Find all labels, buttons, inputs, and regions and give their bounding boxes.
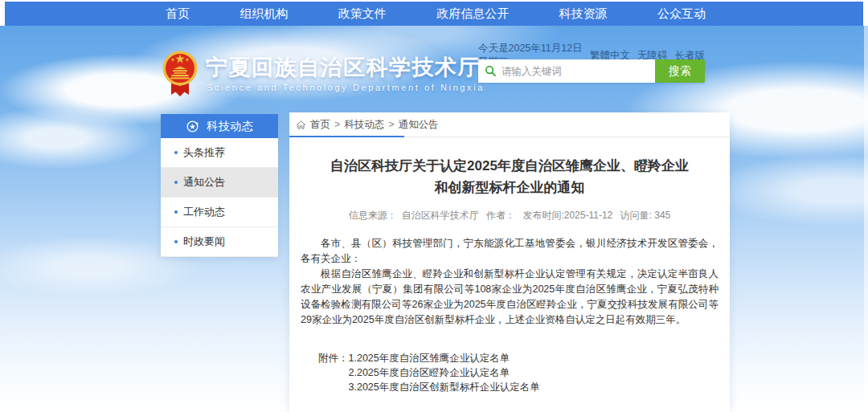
national-emblem-icon [162, 48, 199, 98]
sidebar-list: 头条推荐 通知公告 工作动态 时政要闻 [161, 138, 278, 257]
breadcrumb-active-underline [289, 136, 404, 137]
sidebar-item-label: 时政要闻 [183, 235, 225, 249]
bullet-dot-icon [174, 151, 178, 154]
breadcrumb-notices[interactable]: 通知公告 [399, 118, 439, 132]
attachments-list: 1.2025年度自治区雏鹰企业认定名单 2.2025年度自治区瞪羚企业认定名单 … [349, 351, 540, 394]
top-nav-items: 首页 组织机构 政策文件 政府信息公开 科技资源 公众互动 [166, 2, 706, 26]
nav-item-policy-documents[interactable]: 政策文件 [338, 6, 387, 22]
nav-item-gov-info-disclosure[interactable]: 政府信息公开 [436, 6, 509, 22]
article: 自治区科技厅关于认定2025年度自治区雏鹰企业、瞪羚企业 和创新型标杆企业的通知… [289, 155, 730, 394]
meta-publish-time: 发布时间:2025-11-12 [522, 210, 612, 221]
top-nav-bar: 首页 组织机构 政策文件 政府信息公开 科技资源 公众互动 [5, 2, 863, 26]
magnifier-icon [485, 65, 497, 77]
bullet-dot-icon [174, 210, 178, 214]
breadcrumb-separator: > [334, 119, 340, 130]
attachments-label: 附件： [318, 351, 349, 394]
article-paragraph: 根据自治区雏鹰企业、瞪羚企业和创新型标杆企业认定管理有关规定，决定认定半亩良人农… [301, 267, 719, 328]
sidebar-item-label: 头条推荐 [183, 145, 225, 160]
sidebar-item-label: 工作动态 [183, 205, 225, 219]
sidebar-item-label: 通知公告 [183, 175, 225, 190]
page: 首页 组织机构 政策文件 政府信息公开 科技资源 公众互动 宁夏回族自治区科学技… [0, 0, 868, 412]
nav-item-tech-resources[interactable]: 科技资源 [559, 6, 608, 22]
meta-author-label: 作者： [486, 210, 515, 221]
page-right-edge [864, 26, 868, 412]
nav-item-home[interactable]: 首页 [166, 6, 190, 22]
search-bar: 搜索 [478, 59, 705, 83]
breadcrumb-home[interactable]: 首页 [310, 118, 330, 132]
content-card: 首页 > 科技动态 > 通知公告 自治区科技厅关于认定2025年度自治区雏鹰企业… [289, 112, 730, 412]
breadcrumb: 首页 > 科技动态 > 通知公告 [289, 112, 730, 137]
article-title-line2: 和创新型标杆企业的通知 [301, 177, 719, 198]
search-input-wrap [478, 59, 655, 83]
sidebar-item-headline-recommend[interactable]: 头条推荐 [161, 138, 278, 168]
meta-source-label: 信息来源： [349, 210, 397, 221]
star-circle-icon [186, 120, 199, 133]
article-meta: 信息来源：自治区科学技术厅 作者： 发布时间:2025-11-12 访问量: 3… [301, 209, 719, 222]
article-body: 各市、县（区）科技管理部门，宁东能源化工基地管委会，银川经济技术开发区管委会，各… [301, 236, 719, 328]
article-paragraph: 各市、县（区）科技管理部门，宁东能源化工基地管委会，银川经济技术开发区管委会，各… [301, 236, 719, 267]
sidebar-title: 科技动态 [207, 119, 253, 134]
breadcrumb-tech-dynamics[interactable]: 科技动态 [344, 118, 384, 132]
home-icon [296, 120, 306, 130]
breadcrumb-separator: > [388, 119, 394, 130]
sidebar-item-notices[interactable]: 通知公告 [161, 168, 278, 198]
attachments: 附件： 1.2025年度自治区雏鹰企业认定名单 2.2025年度自治区瞪羚企业认… [301, 351, 719, 394]
attachment-link-2[interactable]: 2.2025年度自治区瞪羚企业认定名单 [349, 365, 540, 380]
article-title-line1: 自治区科技厅关于认定2025年度自治区雏鹰企业、瞪羚企业 [301, 155, 719, 177]
meta-visits: 访问量: 345 [620, 210, 671, 221]
attachment-link-1[interactable]: 1.2025年度自治区雏鹰企业认定名单 [349, 351, 540, 365]
site-title: 宁夏回族自治区科学技术厅 [206, 53, 481, 82]
nav-item-public-interaction[interactable]: 公众互动 [657, 6, 706, 22]
meta-source: 自治区科学技术厅 [402, 210, 479, 221]
nav-item-organization[interactable]: 组织机构 [240, 6, 288, 22]
sidebar-header: 科技动态 [161, 114, 278, 138]
attachment-link-3[interactable]: 3.2025年度自治区创新型标杆企业认定名单 [349, 380, 540, 394]
sidebar-item-current-politics[interactable]: 时政要闻 [161, 227, 278, 257]
article-title: 自治区科技厅关于认定2025年度自治区雏鹰企业、瞪羚企业 和创新型标杆企业的通知 [301, 155, 719, 198]
search-input[interactable] [502, 59, 655, 83]
sidebar: 科技动态 头条推荐 通知公告 工作动态 时政要闻 [161, 114, 278, 257]
search-button[interactable]: 搜索 [655, 59, 705, 83]
sidebar-item-work-dynamics[interactable]: 工作动态 [161, 198, 278, 227]
site-subtitle: Science and Technology Department of Nin… [207, 83, 485, 92]
bullet-dot-icon [174, 240, 178, 243]
bullet-dot-icon [174, 181, 178, 184]
